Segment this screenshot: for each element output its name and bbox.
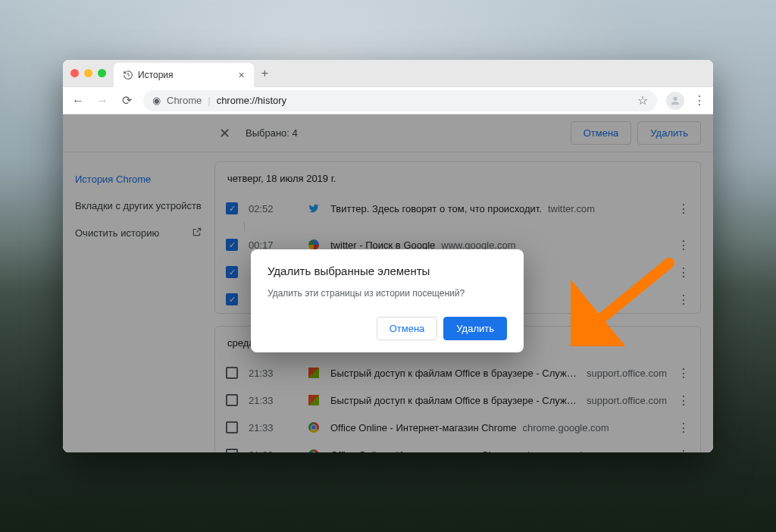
address-path: chrome://history: [217, 95, 286, 106]
dialog-title: Удалить выбранные элементы: [268, 264, 507, 277]
address-field[interactable]: ◉ Chrome | chrome://history ☆: [143, 90, 657, 111]
bookmark-star-icon[interactable]: ☆: [637, 93, 648, 108]
profile-avatar[interactable]: [666, 92, 684, 110]
address-chrome-label: Chrome: [167, 95, 202, 106]
svg-point-0: [673, 96, 677, 100]
window-titlebar: История × +: [63, 60, 713, 87]
address-bar: ← → ⟳ ◉ Chrome | chrome://history ☆ ⋮: [63, 87, 713, 114]
dialog-confirm-button[interactable]: Удалить: [443, 317, 507, 340]
maximize-window-button[interactable]: [98, 69, 106, 77]
tab-close-icon[interactable]: ×: [239, 69, 245, 81]
back-button[interactable]: ←: [70, 93, 86, 108]
dialog-cancel-button[interactable]: Отмена: [377, 317, 438, 340]
close-window-button[interactable]: [70, 69, 79, 77]
traffic-lights: [70, 69, 106, 77]
dialog-message: Удалить эти страницы из истории посещени…: [268, 288, 507, 299]
confirm-delete-dialog: Удалить выбранные элементы Удалить эти с…: [251, 249, 524, 352]
browser-tab[interactable]: История ×: [114, 63, 254, 87]
chrome-icon: ◉: [152, 95, 161, 106]
new-tab-button[interactable]: +: [261, 67, 268, 80]
browser-menu-icon[interactable]: ⋮: [693, 93, 706, 108]
forward-button[interactable]: →: [95, 93, 110, 108]
history-icon: [123, 70, 133, 80]
minimize-window-button[interactable]: [84, 69, 92, 77]
reload-button[interactable]: ⟳: [119, 93, 134, 108]
tab-title: История: [138, 70, 174, 80]
browser-window: История × + ← → ⟳ ◉ Chrome | chrome://hi…: [63, 60, 713, 452]
